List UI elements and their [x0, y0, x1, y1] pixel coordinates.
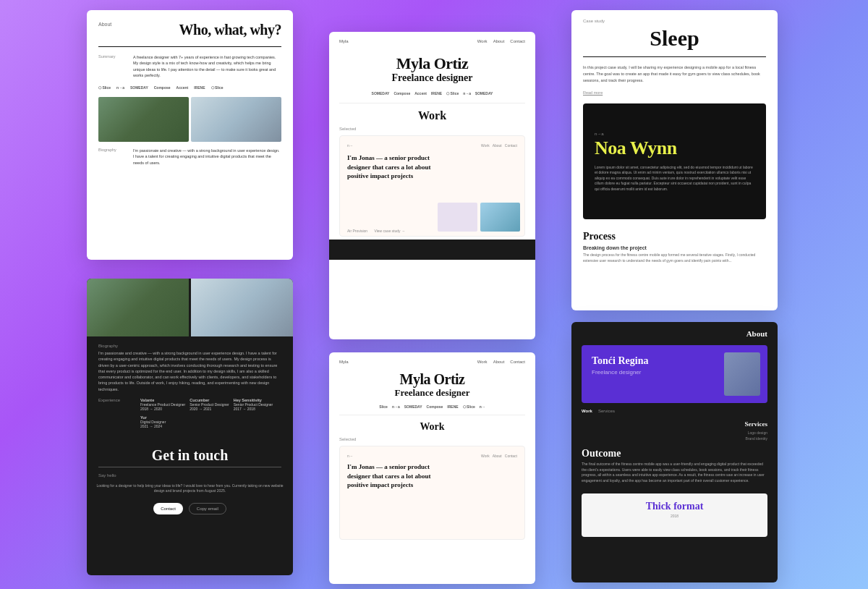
- c5-work-title: Work: [329, 418, 535, 436]
- c6-about-nav[interactable]: About: [582, 329, 767, 338]
- c6-outcome-body: The final outcome of the fitness centre …: [582, 462, 767, 483]
- logo-na: n→a: [116, 85, 124, 90]
- c2-logo-irene: IRENE: [431, 91, 442, 96]
- c6-tag-logo: Logo design: [748, 431, 767, 435]
- c5-logo-someday: SOMEDAY: [404, 404, 422, 409]
- c5-logo-slice: Slice: [379, 404, 388, 409]
- c4-exp-valante: ValanteFreelance Product Designer2018 → …: [140, 398, 185, 411]
- c4-buttons: Contact Copy email: [87, 503, 293, 514]
- c2-work-title: Work: [329, 106, 535, 125]
- c5-nav: Myla Work About Contact: [329, 352, 535, 367]
- c5-nav-work[interactable]: Work: [477, 360, 488, 364]
- c2-logo-accent: Accent: [414, 91, 427, 96]
- c4-contact-text: Looking for a designer to help bring you…: [87, 480, 293, 497]
- logo-slice2: ⬡ Slice: [211, 85, 224, 90]
- c2-logo-someday2: $OMEDAY: [475, 91, 493, 96]
- c6-tag-brand: Brand identity: [745, 436, 767, 441]
- c3-divider: [583, 56, 766, 57]
- c5-logo-irene: IRENE: [447, 404, 458, 409]
- c5-logo-slice2: ⬡ Slice: [463, 404, 475, 409]
- summary-text: A freelance designer with 7+ years of ex…: [133, 54, 281, 78]
- c2-nav-about[interactable]: About: [493, 39, 505, 43]
- c3-lorem: Lorem ipsum dolor sit amet, consectetur …: [595, 165, 754, 192]
- c6-work-nav: Work Services: [571, 403, 778, 419]
- c2-logo-someday: SOMEDAY: [372, 91, 390, 96]
- card-who-what-why: About Who, what, why? Summary A freelanc…: [87, 10, 293, 260]
- card-myla-top: Myla Work About Contact Myla Ortiz Freel…: [329, 32, 535, 339]
- c3-noa-name: Noa Wynn: [595, 139, 754, 158]
- c3-process: Process Breaking down the project The de…: [571, 225, 778, 269]
- c5-title-block: Myla Ortiz Freelance designer: [329, 367, 535, 402]
- card1-title: Who, what, why?: [179, 22, 281, 38]
- card-dark-portfolio: About Tonći Regina Freelance designer Wo…: [571, 322, 778, 582]
- c4-exp-label: Experience: [98, 398, 135, 428]
- c2-project-name: Air Provision: [347, 229, 367, 233]
- logo-compose: Compose: [154, 85, 171, 90]
- c6-services-nav: Services: [598, 409, 615, 413]
- c2-nav-contact[interactable]: Contact: [510, 39, 525, 43]
- c2-nav-logo: Myla: [339, 39, 349, 43]
- c5-logo-na2: n→: [480, 404, 485, 409]
- c4-exp-row: Experience ValanteFreelance Product Desi…: [98, 398, 281, 428]
- c4-title: Get in touch: [87, 447, 293, 464]
- biography-label: Biography: [98, 148, 127, 166]
- say-hello: Say hello: [87, 470, 293, 480]
- c4-bio-label: Biography: [98, 344, 281, 348]
- c3-title: Sleep: [571, 26, 778, 54]
- c5-project-card[interactable]: n→ Work About Contact I'm Jonas — a seni…: [339, 446, 525, 540]
- c5-project-title: I'm Jonas — a senior product designer th…: [347, 462, 434, 490]
- contact-button[interactable]: Contact: [153, 503, 183, 514]
- c6-outcome: Outcome The final outcome of the fitness…: [571, 442, 778, 489]
- c5-proj-logo: n→: [347, 454, 353, 458]
- about-label: About: [98, 22, 111, 27]
- c5-nav-logo: Myla: [339, 360, 349, 364]
- c5-logos: Slice n→a SOMEDAY Compose IRENE ⬡ Slice …: [329, 402, 535, 412]
- copy-email-button[interactable]: Copy email: [189, 503, 226, 514]
- c4-exp-cucumber: CucumberSenior Product Designer2020 → 20…: [190, 398, 229, 411]
- logo-irene: IRENE: [194, 85, 205, 90]
- biography-text: I'm passionate and creative — with a str…: [133, 148, 281, 166]
- c2-project-title: I'm Jonas — a senior product designer th…: [347, 153, 434, 181]
- c6-services-title: Services: [571, 419, 778, 429]
- c2-name: Myla Ortiz: [339, 55, 525, 72]
- c5-project-nav: n→ Work About Contact: [347, 454, 517, 458]
- c1-images: [87, 94, 293, 145]
- c2-project-card[interactable]: n→ Work About Contact I'm Jonas — a seni…: [339, 135, 525, 237]
- c2-view-case[interactable]: View case study →: [374, 229, 404, 233]
- c3-process-title: Process: [583, 231, 766, 242]
- c4-images: [87, 279, 293, 336]
- c4-bio-text: I'm passionate and creative — with a str…: [98, 350, 281, 392]
- c2-proj-image-1: [438, 203, 477, 232]
- c6-thick-card: Thick format 2018: [582, 493, 767, 537]
- c4-divider: [98, 467, 281, 467]
- c5-logo-na: n→a: [392, 404, 400, 409]
- c2-work-divider: [339, 103, 525, 103]
- c6-service-tags: Logo design Brand identity: [571, 429, 778, 442]
- c2-logo-compose: Compose: [393, 91, 410, 96]
- logo-accent: Accent: [176, 85, 189, 90]
- c2-title-block: Myla Ortiz Freelance designer: [329, 48, 535, 87]
- c2-logo-slice: ⬡ Slice: [446, 91, 459, 96]
- c6-thick-year: 2018: [589, 514, 760, 518]
- c5-work-divider: [339, 415, 525, 415]
- c2-nav-work[interactable]: Work: [477, 39, 488, 43]
- c4-exp-hey: Hey SensitivitySenior Product Designer20…: [234, 398, 273, 411]
- c2-project-footer: Air Provision View case study →: [347, 229, 405, 233]
- c4-exp-items: ValanteFreelance Product Designer2018 → …: [140, 398, 281, 428]
- c3-read-more[interactable]: Read more: [571, 88, 778, 98]
- c4-image-1: [87, 279, 189, 336]
- c6-nav: About: [571, 322, 778, 345]
- c3-process-body: The design process for the fitness centr…: [583, 253, 766, 263]
- c6-name-card: Tonći Regina Freelance designer: [582, 345, 767, 403]
- c6-work-link[interactable]: Work: [582, 409, 592, 413]
- c3-dark-card: n→a Noa Wynn Lorem ipsum dolor sit amet,…: [583, 103, 766, 219]
- card-myla-bottom: Myla Work About Contact Myla Ortiz Freel…: [329, 352, 535, 584]
- c3-case-study: Case study: [571, 10, 778, 26]
- c3-dark-logo: n→a: [595, 132, 754, 136]
- c2-project-images: [433, 198, 524, 236]
- card1-divider: [98, 46, 281, 47]
- c4-exp-yur: YurDigital Designer2021 → 2024: [140, 415, 166, 428]
- c5-nav-contact[interactable]: Contact: [510, 360, 525, 364]
- c2-subtitle: Freelance designer: [339, 72, 525, 84]
- c5-nav-about[interactable]: About: [493, 360, 505, 364]
